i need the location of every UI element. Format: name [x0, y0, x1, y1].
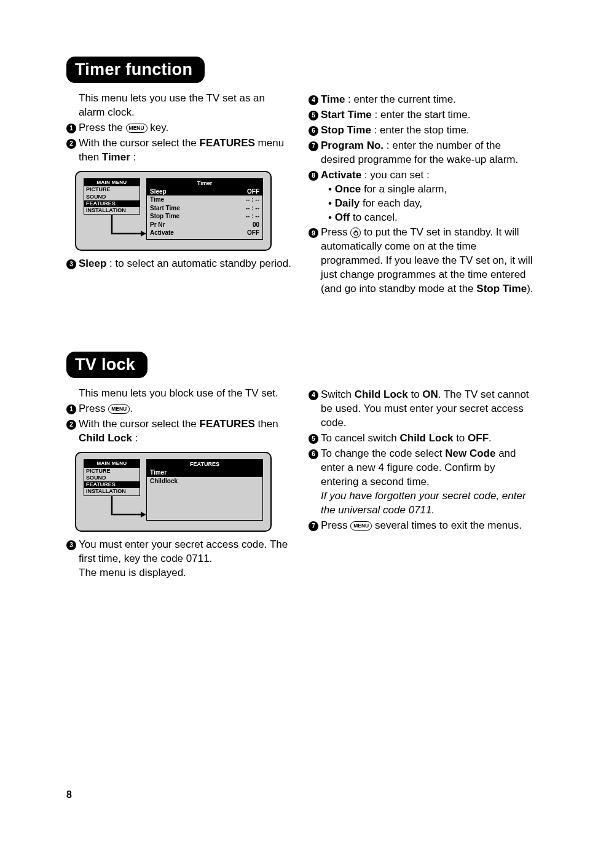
option-once: Once for a single alarm,: [328, 183, 533, 197]
text-bold: Stop Time: [476, 283, 527, 294]
submenu-row-label: Pr Nr: [150, 221, 165, 229]
standby-icon: [350, 227, 361, 238]
text: Press: [79, 403, 108, 414]
text: several times to exit the menus.: [372, 519, 522, 531]
text: The menu is displayed.: [79, 567, 186, 578]
main-menu-item: INSTALLATION: [84, 488, 140, 495]
text-bold: Child Lock: [355, 389, 408, 400]
text-bold: Start Time: [321, 109, 372, 120]
submenu-row-label: Sleep: [150, 187, 167, 196]
text: Press: [321, 519, 350, 531]
option-off: Off to cancel.: [328, 211, 533, 225]
main-menu-item: PICTURE: [84, 468, 140, 475]
submenu-row-value: OFF: [247, 187, 259, 196]
main-menu-item: FEATURES: [84, 200, 140, 207]
text-bold: Sleep: [79, 258, 106, 269]
bullet-3-icon: 3: [66, 540, 76, 550]
tvlock-step-2: 2 With the cursor select the FEATURES th…: [66, 417, 291, 446]
bullet-6-icon: 6: [309, 449, 318, 459]
submenu-row: Childlock: [147, 477, 262, 486]
bullet-2-icon: 2: [66, 139, 76, 149]
text: : you can set :: [361, 169, 430, 181]
submenu-row-label: Activate: [150, 229, 174, 237]
timer-step-1: 1 Press the MENU key.: [66, 121, 291, 135]
main-menu-item: SOUND: [84, 194, 140, 200]
text: ).: [527, 283, 533, 294]
page: Timer function This menu lets you use th…: [0, 0, 590, 868]
submenu-row-value: OFF: [247, 229, 259, 237]
text: .: [489, 432, 492, 444]
text: : to select an automatic standby period.: [106, 258, 291, 269]
bullet-1-icon: 1: [66, 124, 76, 133]
text-bold: Activate: [321, 169, 361, 181]
submenu-row-label: Stop Time: [150, 212, 179, 221]
bullet-5-icon: 5: [309, 111, 318, 120]
tvlock-step-6: 6 To change the code select New Code and…: [309, 447, 533, 518]
submenu-title: Timer: [147, 179, 262, 187]
bullet-6-icon: 6: [309, 126, 318, 136]
text: To change the code select: [321, 448, 445, 459]
menu-key-icon: MENU: [108, 404, 130, 414]
text-bold: Program No.: [321, 140, 384, 151]
submenu-title: FEATURES: [147, 460, 262, 468]
timer-step-6: 6 Stop Time : enter the stop time.: [309, 124, 533, 138]
main-menu-item: SOUND: [84, 475, 140, 481]
main-menu-panel: MAIN MENU PICTURESOUNDFEATURESINSTALLATI…: [84, 178, 140, 215]
timer-step-5: 5 Start Time : enter the start time.: [309, 108, 533, 122]
text: .: [130, 403, 133, 414]
bullet-1-icon: 1: [66, 404, 76, 414]
tvlock-intro: This menu lets you block use of the TV s…: [79, 387, 291, 401]
text-bold: New Code: [445, 448, 495, 459]
bullet-5-icon: 5: [309, 434, 318, 444]
section-tvlock: TV lock This menu lets you block use of …: [66, 352, 533, 580]
tvlock-step-1: 1 Press MENU.: [66, 402, 291, 416]
text: :: [130, 151, 136, 163]
tvlock-step-3: 3 You must enter your secret access code…: [66, 538, 291, 580]
text-bold: Child Lock: [400, 432, 454, 444]
text-bold: Time: [321, 93, 345, 105]
main-menu-title: MAIN MENU: [84, 460, 140, 468]
submenu-row: Timer: [147, 468, 262, 477]
main-menu-item: INSTALLATION: [84, 207, 140, 214]
tvlock-step-4: 4 Switch Child Lock to ON. The TV set ca…: [309, 388, 533, 430]
text-bold: OFF: [468, 432, 489, 444]
text: to: [408, 389, 423, 400]
bullet-4-icon: 4: [309, 390, 318, 400]
timer-intro: This menu lets you use the TV set as an …: [79, 92, 291, 120]
text: : enter the start time.: [372, 109, 471, 120]
text: Press: [321, 226, 350, 238]
tvlock-osd: MAIN MENU PICTURESOUNDFEATURESINSTALLATI…: [75, 452, 272, 532]
text-bold: ON: [422, 389, 438, 400]
menu-key-icon: MENU: [126, 124, 148, 133]
main-menu-item: FEATURES: [84, 481, 140, 488]
tvlock-right-column: 4 Switch Child Lock to ON. The TV set ca…: [309, 387, 533, 580]
features-submenu-panel: FEATURES TimerChildlock: [146, 459, 263, 521]
text-bold: Stop Time: [321, 124, 371, 136]
text: With the cursor select the: [79, 418, 200, 430]
timer-submenu-panel: Timer SleepOFFTime-- : --Start Time-- : …: [146, 178, 263, 240]
bullet-7-icon: 7: [309, 141, 318, 151]
text-bold: Timer: [102, 151, 130, 163]
tvlock-left-column: This menu lets you block use of the TV s…: [66, 387, 291, 580]
activate-options: Once for a single alarm, Daily for each …: [328, 183, 533, 225]
submenu-row-value: 00: [253, 221, 259, 229]
submenu-row-label: Timer: [150, 468, 167, 477]
submenu-row-label: Start Time: [150, 204, 180, 213]
text: You must enter your secret access code. …: [79, 539, 288, 564]
text: To cancel switch: [321, 432, 400, 444]
timer-osd: MAIN MENU PICTURESOUNDFEATURESINSTALLATI…: [75, 171, 272, 251]
bullet-8-icon: 8: [309, 171, 318, 181]
submenu-row: Stop Time-- : --: [147, 212, 262, 221]
tvlock-step-5: 5 To cancel switch Child Lock to OFF.: [309, 432, 533, 446]
tvlock-step-7: 7 Press MENU several times to exit the m…: [309, 519, 533, 533]
text-bold: Child Lock: [79, 432, 132, 444]
bullet-3-icon: 3: [66, 259, 76, 269]
timer-left-column: This menu lets you use the TV set as an …: [66, 92, 291, 296]
submenu-row-label: Time: [150, 195, 164, 204]
text: key.: [148, 122, 169, 133]
timer-step-4: 4 Time : enter the current time.: [309, 93, 533, 107]
text: Switch: [321, 389, 355, 400]
submenu-row: Start Time-- : --: [147, 204, 262, 213]
text: :: [132, 432, 138, 444]
timer-step-2: 2 With the cursor select the FEATURES me…: [66, 136, 291, 165]
